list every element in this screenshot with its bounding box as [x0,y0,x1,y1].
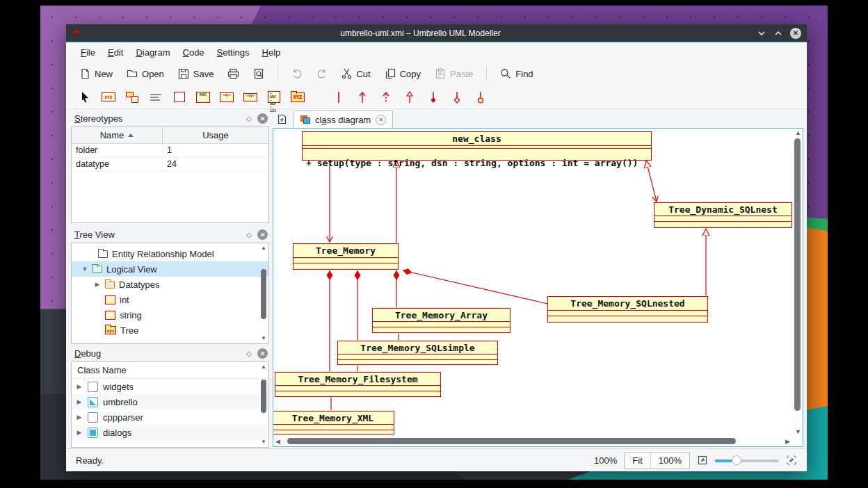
checkbox-partial[interactable] [88,397,98,407]
float-panel-icon[interactable]: ◇ [246,115,252,122]
checkbox-unchecked[interactable] [88,412,98,423]
enum-tool[interactable]: - ABC- DEF- 123 [265,89,283,106]
table-row[interactable]: folder 1 [72,144,268,158]
box-tool[interactable] [170,89,188,106]
fit-button[interactable]: Fit [625,453,650,469]
association-tool[interactable] [330,89,348,106]
uml-class-Tree_Memory_SQLnested[interactable]: Tree_Memory_SQLnested [547,296,708,323]
print-button[interactable] [221,65,246,82]
uml-class-new_class[interactable]: new_class+ setup(type : string, dsn : st… [302,131,652,161]
stereotypes-panel-header[interactable]: Stereotypes ◇ ✕ [70,111,271,127]
package-tool[interactable]: XYZ [289,89,307,106]
menu-edit[interactable]: Edit [102,44,129,60]
copy-button[interactable]: Copy [378,65,427,82]
aggregation-tool[interactable] [448,89,466,106]
canvas-horizontal-scrollbar[interactable]: ◀ ▶ [273,436,792,446]
new-tab-button[interactable] [273,111,291,127]
chevron-right-icon[interactable]: ▶ [76,429,83,436]
component-tool[interactable] [123,89,141,106]
column-header-usage[interactable]: Usage [163,127,268,143]
column-header-name[interactable]: Name [72,127,163,143]
debug-item-widgets[interactable]: ▶ widgets [72,379,268,394]
uml-class-Tree_Memory_Filesystem[interactable]: Tree_Memory_Filesystem [275,372,441,397]
print-preview-button[interactable] [247,65,271,82]
tree-item-tree[interactable]: xyz Tree [72,323,268,338]
text-tool[interactable] [147,89,165,106]
canvas-vertical-scrollbar[interactable]: ▲ ▼ [792,129,803,436]
uml-class-Tree_Memory[interactable]: Tree_Memory [293,243,399,270]
scroll-left-icon[interactable]: ◀ [275,438,280,445]
debug-scrollbar[interactable]: ▲ ▼ [259,363,268,446]
new-button[interactable]: New [73,65,119,82]
menu-diagram[interactable]: Diagram [129,44,176,60]
find-button[interactable]: Find [494,65,539,82]
containment-tool[interactable] [472,89,490,106]
composition-tool[interactable] [424,89,442,106]
float-panel-icon[interactable]: ◇ [246,350,252,357]
uml-class-Tree_Memory_Array[interactable]: Tree_Memory_Array [372,308,511,333]
scrollbar-thumb[interactable] [261,269,266,319]
tree-item-datatypes[interactable]: ▶ Datatypes [72,277,268,292]
chevron-right-icon[interactable]: ▶ [76,398,83,405]
scroll-down-icon[interactable]: ▼ [795,428,801,435]
close-panel-icon[interactable]: ✕ [257,348,268,359]
paste-button[interactable]: Paste [428,65,479,82]
select-tool[interactable] [76,89,94,106]
interface-tool[interactable]: «xy» [218,89,236,106]
scroll-up-icon[interactable]: ▲ [261,245,266,251]
class-tool[interactable]: ABC [194,89,212,106]
tab-class-diagram[interactable]: class diagram ✕ [294,111,393,128]
fit-page-icon[interactable] [697,455,708,466]
scrollbar-thumb[interactable] [287,438,736,444]
cut-button[interactable]: Cut [335,65,376,82]
scrollbar-thumb[interactable] [794,138,801,411]
zoom-slider[interactable] [715,455,779,466]
datatype-tool[interactable]: «xy» [241,89,259,106]
dependency-tool[interactable] [377,89,395,106]
open-button[interactable]: Open [120,65,170,82]
checkbox-unchecked[interactable] [88,382,98,392]
object-tool[interactable]: XYZ [99,89,118,106]
chevron-right-icon[interactable]: ▶ [76,383,83,390]
uml-class-Tree_Memory_XML[interactable]: Tree_Memory_XML [273,411,394,434]
tree-view-panel-header[interactable]: Tree View ◇ ✕ [70,227,271,243]
scroll-up-icon[interactable]: ▲ [261,364,266,370]
tree-view-scrollbar[interactable]: ▲ ▼ [259,244,268,343]
tree-item-int[interactable]: int [72,292,268,307]
debug-column-header[interactable]: Class Name [72,362,268,379]
scroll-down-icon[interactable]: ▼ [261,336,266,341]
menu-settings[interactable]: Settings [211,44,256,60]
close-button[interactable]: ✕ [790,28,801,39]
tree-item-entity-relationship-model[interactable]: Entity Relationship Model [72,246,268,261]
scroll-right-icon[interactable]: ▶ [785,438,790,445]
minimize-button[interactable] [757,29,766,38]
scrollbar-thumb[interactable] [261,380,266,413]
debug-item-umbrello[interactable]: ▶ umbrello [72,394,268,409]
debug-item-dialogs[interactable]: ▶ dialogs [72,425,268,440]
tree-item-string[interactable]: string [72,307,268,323]
close-tab-icon[interactable]: ✕ [376,115,386,125]
diagram-canvas[interactable]: new_class+ setup(type : string, dsn : st… [273,129,792,436]
close-panel-icon[interactable]: ✕ [257,113,268,124]
debug-panel-header[interactable]: Debug ◇ ✕ [70,345,271,361]
chevron-down-icon[interactable]: ▼ [81,266,88,273]
float-panel-icon[interactable]: ◇ [246,231,252,238]
scroll-up-icon[interactable]: ▲ [795,129,801,136]
menu-code[interactable]: Code [177,44,211,60]
maximize-button[interactable] [773,29,783,38]
save-button[interactable]: Save [172,65,220,82]
redo-button[interactable] [310,65,334,82]
debug-item-cppparser[interactable]: ▶ cppparser [72,409,268,425]
checkbox-checked[interactable] [88,428,98,438]
generalization-tool[interactable] [401,89,419,106]
fullscreen-icon[interactable] [786,455,797,466]
chevron-right-icon[interactable]: ▶ [76,414,83,421]
scroll-down-icon[interactable]: ▼ [261,439,266,445]
close-panel-icon[interactable]: ✕ [257,229,268,240]
uml-class-Tree_Dynamic_SQLnest[interactable]: Tree_Dynamic_SQLnest [654,202,792,228]
window-titlebar[interactable]: ☂ umbrello-uml.xmi – Umbrello UML Modell… [66,24,807,42]
menu-help[interactable]: Help [256,44,287,60]
tree-item-logical-view[interactable]: ▼ Logical View [72,261,268,277]
zoom-100-button[interactable]: 100% [650,453,689,469]
slider-handle[interactable] [732,455,741,465]
